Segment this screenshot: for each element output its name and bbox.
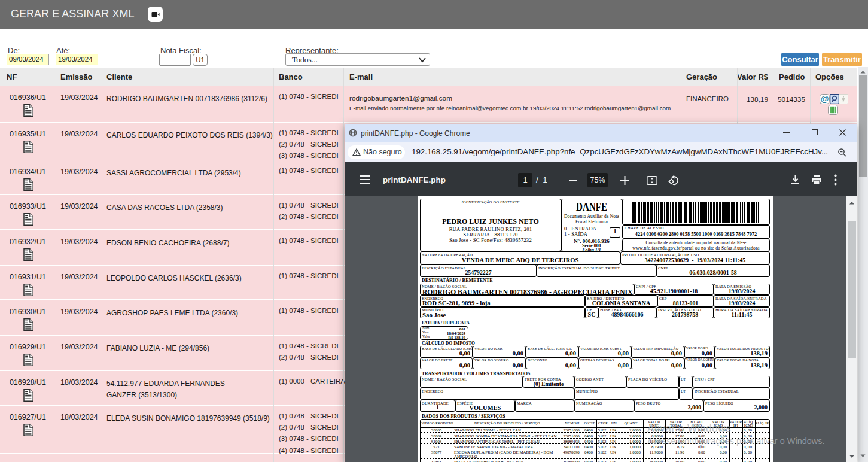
svg-text:@: @ (821, 94, 829, 104)
